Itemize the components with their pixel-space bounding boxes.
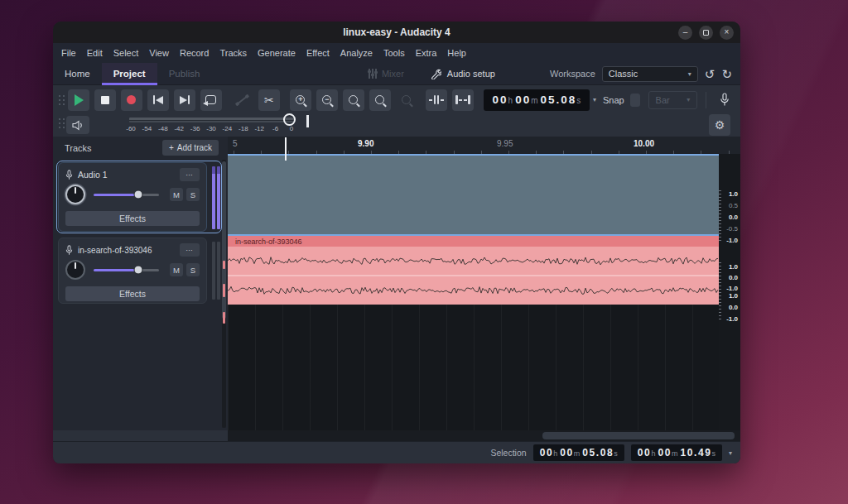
stop-button[interactable] [94,89,116,111]
title-bar[interactable]: linux-easy - Audacity 4 – × [53,22,740,43]
menu-item-select[interactable]: Select [113,48,139,58]
envelope-tool-button[interactable] [232,89,253,111]
menu-item-record[interactable]: Record [180,48,209,58]
workspace-select[interactable]: Classic ▾ [602,66,698,82]
selection-start-field[interactable]: 00h00m05.08s [533,444,624,461]
menu-bar: FileEditSelectViewRecordTracksGenerateEf… [53,43,740,63]
clip-header[interactable]: in-search-of-393046 [228,236,719,247]
effects-button[interactable]: Effects [65,211,200,226]
menu-item-tools[interactable]: Tools [383,48,405,58]
menu-item-analyze[interactable]: Analyze [340,48,373,58]
menu-item-tracks[interactable]: Tracks [219,48,247,58]
effects-button[interactable]: Effects [65,286,200,301]
selection-format-dropdown[interactable]: ▾ [729,449,732,457]
zoom-reset-button[interactable] [396,89,417,111]
record-button[interactable] [121,89,142,111]
zoom-toggle-button[interactable] [369,89,391,111]
solo-button[interactable]: S [186,263,200,276]
pan-slider-thumb[interactable] [133,190,142,199]
zoom-in-button[interactable]: + [290,89,311,111]
menu-item-effect[interactable]: Effect [306,48,330,58]
menu-item-edit[interactable]: Edit [87,48,103,58]
ruler-time-label: 10.00 [634,139,654,148]
empty-track-canvas[interactable] [228,305,719,430]
playback-meter-button[interactable] [66,116,89,134]
clip-body[interactable] [228,247,719,305]
zoom-selection-button[interactable] [343,89,364,111]
track-name[interactable]: Audio 1 [78,170,108,180]
zoom-out-button[interactable]: − [316,89,338,111]
gain-knob[interactable] [65,185,85,204]
horizontal-scrollbar-thumb[interactable] [542,432,735,439]
menu-item-help[interactable]: Help [447,48,466,58]
snap-unit-select[interactable]: Bar ▾ [648,91,698,109]
snap-label: Snap [603,95,624,105]
audio-position-display[interactable]: 00h00m05.08s [484,89,590,111]
track-control-insearchof[interactable]: in-search-of-393046 … M S Effects [58,238,207,304]
play-icon [75,94,84,106]
meter-slider-thumb[interactable] [283,113,296,126]
cut-button[interactable]: ✂ [258,89,280,111]
meter-settings-button[interactable]: ⚙ [709,114,730,136]
vertical-scrollbar[interactable] [222,160,226,428]
mixer-icon [369,69,377,79]
track-name[interactable]: in-search-of-393046 [78,246,152,255]
toolbar-drag-handle[interactable] [58,94,63,105]
stop-icon [101,96,109,104]
track-menu-button[interactable]: … [180,243,200,257]
pan-slider[interactable] [94,269,159,271]
transport-toolbar: ✂ + − 00h00m05.08s ▾ Snap Bar ▾ [53,85,740,114]
amplitude-scale-label: -1.0 [726,285,738,292]
mute-button[interactable]: M [170,188,183,201]
skip-to-end-button[interactable] [174,89,195,111]
silence-audio-button[interactable] [452,89,474,111]
minimize-icon: – [683,28,688,36]
redo-button[interactable]: ↻ [721,68,732,80]
skip-to-start-button[interactable] [147,89,169,111]
gain-knob[interactable] [65,260,85,280]
add-track-button[interactable]: + Add track [162,140,219,156]
pan-slider[interactable] [94,194,159,196]
menu-item-file[interactable]: File [61,48,76,58]
menu-item-generate[interactable]: Generate [258,48,296,58]
undo-button[interactable]: ↺ [705,68,716,80]
solo-button[interactable]: S [186,188,200,201]
status-bar: Selection 00h00m05.08s 00h00m10.49s ▾ [53,441,740,463]
track-menu-button[interactable]: … [180,168,200,181]
minimize-button[interactable]: – [678,26,692,40]
workspace-label: Workspace [550,69,595,79]
mute-button[interactable]: M [170,263,183,276]
time-format-dropdown[interactable]: ▾ [593,96,596,103]
track-control-audio1[interactable]: Audio 1 … M S Effects [58,162,207,232]
close-button[interactable]: × [720,26,734,40]
pan-slider-thumb[interactable] [133,266,142,275]
audio-setup-button[interactable]: Audio setup [431,69,495,79]
playback-meter[interactable]: -60-54-48-42-36-30-24-18-12-60 [129,117,295,135]
amplitude-scale-label: -0.5 [726,225,738,233]
trim-audio-button[interactable] [426,89,447,111]
horizontal-scrollbar[interactable] [53,430,740,441]
track1-waveform-area-selected[interactable] [228,154,719,236]
play-button[interactable] [68,89,89,111]
tab-bar: Home Project Publish Mixer Audio setup W… [53,63,740,85]
tab-home[interactable]: Home [53,63,102,85]
track2-waveform-area[interactable]: in-search-of-393046 [228,236,719,305]
amplitude-scale-label: -1.0 [726,237,738,244]
microphone-button[interactable] [714,89,735,111]
menu-item-view[interactable]: View [149,48,169,58]
mixer-button[interactable]: Mixer [369,69,403,79]
timeline-ruler[interactable]: 59.909.9510.00 [228,137,740,154]
meter-drag-handle[interactable] [58,118,65,128]
menu-item-extra[interactable]: Extra [416,48,437,58]
snap-checkbox[interactable] [630,94,640,107]
loop-icon [205,95,216,104]
trim-icon [429,95,444,104]
track2-level-meter [212,242,220,300]
selection-end-field[interactable]: 00h00m10.49s [631,444,722,461]
maximize-button[interactable] [699,26,713,40]
audacity-window: linux-easy - Audacity 4 – × FileEditSele… [53,22,740,463]
tab-publish[interactable]: Publish [157,63,212,85]
loop-button[interactable] [200,89,222,111]
amplitude-scale-label: 0.0 [729,214,738,221]
tab-project[interactable]: Project [102,63,157,85]
